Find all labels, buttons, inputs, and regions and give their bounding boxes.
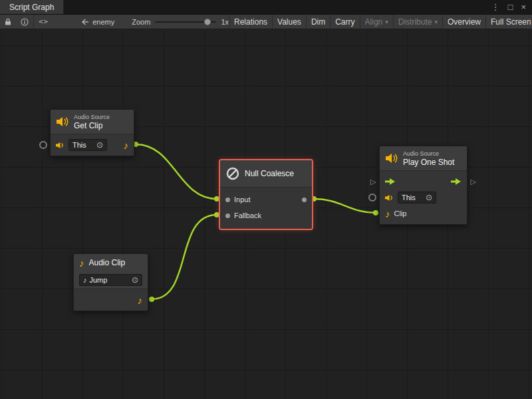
dim-button[interactable]: Dim — [306, 15, 330, 29]
node-header: Null Coalesce — [220, 160, 312, 187]
align-button[interactable]: Align▾ — [360, 15, 393, 29]
node-body: Input Fallback — [220, 187, 312, 229]
node-category: Audio Source — [403, 150, 454, 158]
lock-icon[interactable] — [0, 15, 16, 29]
zoom-slider-handle[interactable] — [204, 19, 211, 25]
input-port[interactable] — [225, 198, 230, 202]
back-arrow-icon — [81, 19, 89, 25]
this-input-port[interactable] — [368, 194, 376, 201]
button-label: Align — [365, 17, 383, 27]
audioclip-output-icon: ♪ — [138, 295, 143, 305]
node-title: Null Coalesce — [245, 169, 294, 178]
clip-icon: ♪ — [385, 209, 390, 219]
zoom-value: 1x — [221, 18, 229, 26]
port-label: Fallback — [234, 211, 261, 219]
toolbar-buttons: Relations Values Dim Carry Align▾ Distri… — [229, 15, 532, 29]
tab-label: Script Graph — [9, 3, 54, 12]
node-get-clip[interactable]: Audio Source Get Clip This ⊙ ♪ — [50, 109, 134, 156]
audio-source-icon — [385, 153, 398, 164]
this-object-field[interactable]: This ⊙ — [68, 139, 107, 151]
node-audio-clip[interactable]: ♪ Audio Clip ♪ Jump ⊙ ♪ — [73, 253, 148, 311]
graph-toolbar: <> enemy Zoom 1x Relations Values Dim Ca… — [0, 15, 532, 29]
button-label: Overview — [448, 17, 481, 27]
output-port-row: ♪ — [74, 292, 148, 308]
wire-nullcoalesce-to-clip — [314, 199, 376, 213]
fullscreen-button[interactable]: Full Screen — [485, 15, 532, 29]
port-label: Input — [234, 196, 250, 203]
node-body: This ⊙ ♪ — [51, 134, 134, 156]
window-controls: ⋮ □ × — [491, 0, 532, 14]
breadcrumb-label: enemy — [92, 18, 114, 26]
node-header: Audio Source Get Clip — [51, 110, 134, 134]
button-label: Relations — [234, 17, 267, 27]
menu-icon[interactable]: ⋮ — [491, 3, 500, 11]
result-output-port[interactable] — [302, 198, 307, 202]
code-icon[interactable]: <> — [34, 15, 53, 29]
wire-audioclip-to-fallback — [152, 215, 217, 299]
audio-source-icon — [56, 116, 69, 127]
flow-output-port[interactable]: ▷ — [471, 178, 476, 186]
flow-in-arrow-icon[interactable] — [385, 178, 396, 185]
object-picker-icon[interactable]: ⊙ — [96, 141, 103, 149]
zoom-control: Zoom 1x — [132, 18, 229, 26]
clip-value-icon: ♪ — [83, 277, 87, 284]
this-port-row: This ⊙ — [380, 190, 467, 205]
carry-button[interactable]: Carry — [330, 15, 359, 29]
node-title: Play One Shot — [403, 158, 454, 167]
distribute-button[interactable]: Distribute▾ — [393, 15, 442, 29]
button-label: Values — [277, 17, 301, 27]
graph-canvas[interactable]: Audio Source Get Clip This ⊙ ♪ — [0, 29, 532, 399]
fallback-port-row: Fallback — [220, 207, 312, 223]
object-picker-icon[interactable]: ⊙ — [132, 276, 138, 284]
relations-button[interactable]: Relations — [229, 15, 272, 29]
chevron-down-icon: ▾ — [434, 19, 438, 25]
null-coalesce-icon — [225, 166, 240, 181]
button-label: Distribute — [398, 17, 432, 27]
button-label: Full Screen — [491, 17, 531, 27]
node-play-one-shot[interactable]: Audio Source Play One Shot This — [379, 146, 467, 225]
field-value: This — [72, 141, 86, 149]
zoom-label: Zoom — [132, 18, 150, 26]
this-object-field[interactable]: This ⊙ — [398, 192, 436, 203]
breadcrumb[interactable]: enemy — [81, 18, 114, 26]
node-category: Audio Source — [74, 114, 110, 121]
node-header: Audio Source Play One Shot — [380, 146, 467, 170]
close-icon[interactable]: × — [521, 3, 526, 11]
wire-getclip-to-input — [136, 144, 217, 199]
audio-clip-object-field[interactable]: ♪ Jump ⊙ — [79, 274, 142, 286]
clip-port-row: ♪ Clip — [380, 205, 467, 221]
this-port-row: This ⊙ ♪ — [51, 137, 134, 153]
info-icon[interactable] — [16, 15, 33, 29]
control-flow-row — [380, 174, 467, 190]
audioclip-output-icon: ♪ — [124, 140, 129, 150]
values-button[interactable]: Values — [272, 15, 306, 29]
node-body: This ⊙ ♪ Clip — [380, 170, 467, 224]
node-title: Audio Clip — [89, 258, 126, 267]
flow-out-arrow-icon[interactable] — [451, 178, 462, 185]
input-port-row: Input — [220, 192, 312, 207]
this-input-port[interactable] — [39, 141, 47, 149]
audio-clip-icon: ♪ — [79, 258, 84, 268]
field-value: This — [402, 194, 416, 201]
overview-button[interactable]: Overview — [442, 15, 485, 29]
fallback-port[interactable] — [225, 213, 230, 218]
maximize-icon[interactable]: □ — [508, 3, 513, 11]
chevron-down-icon: ▾ — [385, 19, 388, 25]
field-value: Jump — [90, 276, 108, 284]
tab-bar: Script Graph ⋮ □ × — [0, 0, 532, 15]
value-field-row: ♪ Jump ⊙ — [74, 271, 148, 289]
node-header: ♪ Audio Clip — [74, 254, 148, 271]
node-body: ♪ — [74, 289, 148, 311]
tab-script-graph[interactable]: Script Graph — [0, 0, 64, 14]
speaker-icon — [56, 142, 65, 149]
node-title: Get Clip — [74, 121, 110, 130]
speaker-icon — [385, 194, 394, 201]
node-null-coalesce[interactable]: Null Coalesce Input Fallback — [219, 160, 313, 229]
object-picker-icon[interactable]: ⊙ — [426, 194, 432, 201]
flow-input-port[interactable]: ▷ — [370, 178, 376, 186]
button-label: Dim — [311, 17, 325, 27]
zoom-slider[interactable] — [155, 19, 216, 25]
port-label: Clip — [394, 209, 407, 217]
button-label: Carry — [335, 17, 354, 27]
